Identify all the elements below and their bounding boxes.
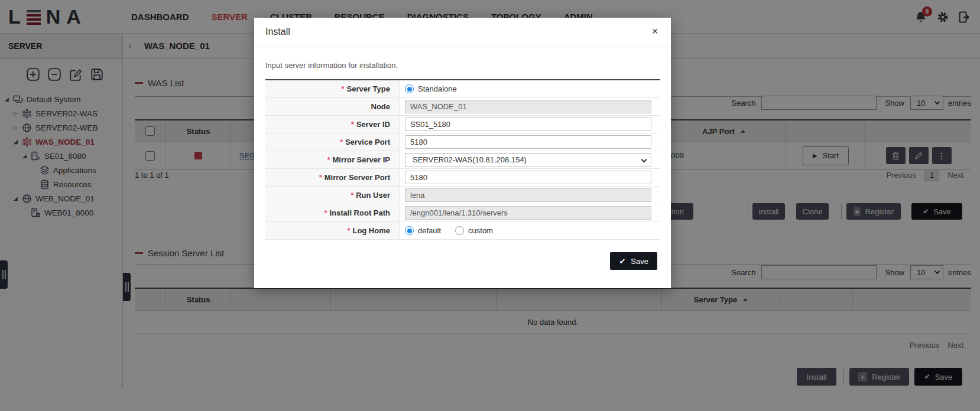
- form-row-mirror-server-port: * Mirror Server Port: [265, 169, 660, 187]
- server-id-field[interactable]: [405, 118, 651, 131]
- field-label: Server Type: [347, 84, 390, 93]
- modal-title: Install: [265, 27, 290, 37]
- form-row-service-port: * Service Port: [265, 133, 660, 151]
- install-form: * Server Type Standalone Node * Server I…: [265, 79, 660, 240]
- required-mark: *: [351, 191, 353, 200]
- install-root-path-field: [405, 206, 651, 220]
- field-label: Server ID: [356, 120, 390, 129]
- field-label: Mirror Server Port: [324, 173, 390, 182]
- service-port-field[interactable]: [405, 135, 651, 149]
- required-mark: *: [319, 173, 322, 182]
- run-user-field: [405, 188, 651, 202]
- form-row-server-type: * Server Type Standalone: [265, 80, 660, 98]
- form-row-install-root-path: * Install Root Path: [265, 204, 660, 222]
- form-row-log-home: * Log Home default custom: [265, 222, 660, 240]
- field-label: Install Root Path: [329, 208, 390, 217]
- field-label: Node: [371, 102, 391, 111]
- form-row-mirror-server-ip: * Mirror Server IP SERVER02-WAS(10.81.20…: [265, 151, 660, 169]
- check-icon: ✔: [619, 257, 625, 266]
- required-mark: *: [351, 120, 354, 129]
- log-home-custom-radio[interactable]: [455, 226, 464, 235]
- mirror-server-ip-select[interactable]: SERVER02-WAS(10.81.208.154): [405, 153, 651, 167]
- server-type-standalone-radio[interactable]: [405, 84, 414, 93]
- form-row-node: Node: [265, 98, 660, 116]
- required-mark: *: [347, 226, 350, 235]
- mirror-server-port-field[interactable]: [405, 171, 651, 184]
- field-label: Mirror Server IP: [332, 155, 390, 164]
- radio-label: default: [418, 226, 441, 235]
- field-label: Service Port: [345, 138, 390, 146]
- close-icon[interactable]: ×: [648, 25, 662, 38]
- required-mark: *: [341, 84, 344, 93]
- radio-label: Standalone: [418, 84, 457, 93]
- log-home-default-radio[interactable]: [405, 226, 414, 235]
- form-row-server-id: * Server ID: [265, 116, 660, 133]
- required-mark: *: [327, 155, 330, 164]
- field-label: Run User: [356, 191, 390, 200]
- form-row-run-user: * Run User: [265, 187, 660, 204]
- field-label: Log Home: [352, 226, 390, 235]
- required-mark: *: [340, 138, 343, 146]
- modal-description: Input server information for installatio…: [265, 61, 398, 70]
- modal-header: Install ×: [254, 18, 671, 47]
- radio-label: custom: [468, 226, 493, 235]
- required-mark: *: [324, 208, 327, 217]
- node-field: [405, 100, 651, 113]
- modal-save-button[interactable]: ✔ Save: [610, 252, 657, 270]
- install-modal: Install × Input server information for i…: [254, 18, 671, 288]
- chevron-down-icon: [641, 156, 647, 162]
